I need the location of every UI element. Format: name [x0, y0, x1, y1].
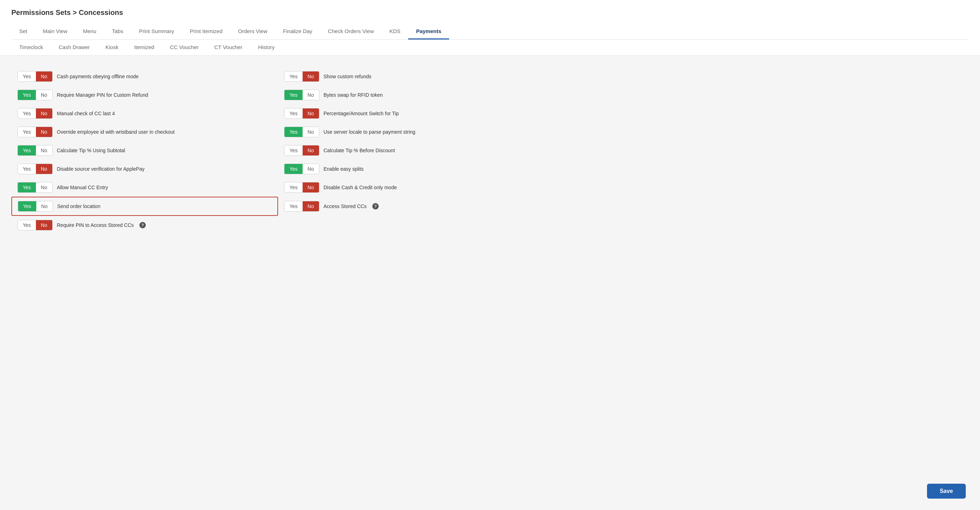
toggle-group-left-3: YesNo — [18, 127, 52, 137]
tab-timeclock[interactable]: Timeclock — [11, 40, 51, 56]
tab-tabs[interactable]: Tabs — [104, 24, 131, 40]
setting-row-right-1: YesNoBytes swap for RFID token — [278, 86, 545, 104]
no-button-left-2[interactable]: No — [36, 108, 52, 118]
no-button-left-7[interactable]: No — [36, 201, 52, 211]
tab-orders-view[interactable]: Orders View — [231, 24, 275, 40]
tab-cash-drawer[interactable]: Cash Drawer — [51, 40, 98, 56]
tab-menu[interactable]: Menu — [75, 24, 104, 40]
main-content: YesNoCash payments obeying offline modeY… — [0, 56, 980, 263]
setting-label-left-3: Override employee id with wristband user… — [57, 129, 175, 135]
yes-button-right-3[interactable]: Yes — [285, 127, 302, 137]
tab-print-itemized[interactable]: Print Itemized — [182, 24, 231, 40]
yes-button-right-0[interactable]: Yes — [285, 72, 302, 81]
no-button-right-7[interactable]: No — [302, 201, 319, 211]
yes-button-left-2[interactable]: Yes — [18, 108, 36, 118]
tab-history[interactable]: History — [250, 40, 283, 56]
setting-label-right-6: Disable Cash & Credit only mode — [324, 185, 397, 190]
toggle-group-right-5: YesNo — [284, 164, 319, 174]
no-button-left-4[interactable]: No — [36, 145, 52, 155]
no-button-left-6[interactable]: No — [36, 182, 52, 193]
tab-set[interactable]: Set — [11, 24, 35, 40]
settings-grid: YesNoCash payments obeying offline modeY… — [11, 67, 545, 234]
no-button-left-5[interactable]: No — [36, 164, 52, 174]
setting-label-right-1: Bytes swap for RFID token — [324, 92, 383, 98]
setting-label-right-2: Percentage/Amount Switch for Tip — [324, 111, 399, 116]
setting-row-right-0: YesNoShow custom refunds — [278, 67, 545, 86]
save-button-wrapper: Save — [927, 484, 966, 499]
toggle-group-left-4: YesNo — [18, 145, 52, 156]
yes-button-right-1[interactable]: Yes — [285, 90, 302, 100]
tab-finalize-day[interactable]: Finalize Day — [275, 24, 320, 40]
setting-row-left-8: YesNoRequire PIN to Access Stored CCs? — [11, 216, 278, 234]
no-button-left-1[interactable]: No — [36, 90, 52, 100]
setting-label-left-4: Calculate Tip % Using Subtotal — [57, 148, 125, 153]
tab-ct-voucher[interactable]: CT Voucher — [207, 40, 250, 56]
empty-right-8 — [278, 216, 545, 234]
yes-button-left-3[interactable]: Yes — [18, 127, 36, 137]
setting-label-right-3: Use server locale to parse payment strin… — [324, 129, 415, 135]
yes-button-right-5[interactable]: Yes — [285, 164, 302, 174]
toggle-group-left-6: YesNo — [18, 182, 52, 193]
setting-row-left-5: YesNoDisable source verification for App… — [11, 160, 278, 178]
toggle-group-right-1: YesNo — [284, 89, 319, 100]
no-button-right-1[interactable]: No — [302, 90, 319, 100]
tab-kiosk[interactable]: Kiosk — [97, 40, 126, 56]
setting-row-right-7: YesNoAccess Stored CCs? — [278, 197, 545, 216]
yes-button-left-6[interactable]: Yes — [18, 182, 36, 193]
setting-label-left-0: Cash payments obeying offline mode — [57, 73, 139, 79]
setting-row-left-0: YesNoCash payments obeying offline mode — [11, 67, 278, 86]
setting-label-right-7: Access Stored CCs — [324, 204, 367, 209]
tabs-row1: SetMain ViewMenuTabsPrint SummaryPrint I… — [11, 24, 969, 40]
no-button-right-3[interactable]: No — [302, 127, 319, 137]
yes-button-left-1[interactable]: Yes — [18, 90, 36, 100]
setting-row-right-5: YesNoEnable easy splits — [278, 160, 545, 178]
setting-row-right-6: YesNoDisable Cash & Credit only mode — [278, 178, 545, 197]
setting-label-right-5: Enable easy splits — [324, 166, 364, 172]
info-icon-left-8[interactable]: ? — [139, 222, 146, 228]
tab-print-summary[interactable]: Print Summary — [131, 24, 182, 40]
setting-row-left-2: YesNoManual check of CC last 4 — [11, 104, 278, 123]
tab-main-view[interactable]: Main View — [35, 24, 75, 40]
toggle-group-right-6: YesNo — [284, 182, 319, 193]
yes-button-right-6[interactable]: Yes — [285, 182, 302, 193]
no-button-right-0[interactable]: No — [302, 72, 319, 81]
no-button-right-4[interactable]: No — [302, 145, 319, 155]
toggle-group-left-2: YesNo — [18, 108, 52, 119]
no-button-right-6[interactable]: No — [302, 182, 319, 193]
no-button-left-8[interactable]: No — [36, 220, 52, 230]
no-button-left-3[interactable]: No — [36, 127, 52, 137]
yes-button-right-7[interactable]: Yes — [285, 201, 302, 211]
toggle-group-right-7: YesNo — [284, 201, 319, 212]
setting-row-left-7: YesNoSend order location — [11, 197, 278, 216]
tab-itemized[interactable]: Itemized — [126, 40, 162, 56]
info-icon-right-7[interactable]: ? — [372, 203, 379, 209]
yes-button-left-4[interactable]: Yes — [18, 145, 36, 155]
yes-button-left-5[interactable]: Yes — [18, 164, 36, 174]
page-wrapper: Permissions Sets > Concessions SetMain V… — [0, 0, 980, 510]
setting-label-left-8: Require PIN to Access Stored CCs — [57, 222, 134, 228]
no-button-right-5[interactable]: No — [302, 164, 319, 174]
setting-row-right-4: YesNoCalculate Tip % Before Discount — [278, 141, 545, 160]
setting-row-left-6: YesNoAllow Manual CC Entry — [11, 178, 278, 197]
tab-cc-voucher[interactable]: CC Voucher — [162, 40, 207, 56]
setting-label-left-7: Send order location — [57, 204, 100, 209]
tab-kds[interactable]: KDS — [382, 24, 408, 40]
tab-payments[interactable]: Payments — [408, 24, 449, 40]
save-button[interactable]: Save — [927, 484, 966, 499]
toggle-group-left-1: YesNo — [18, 89, 52, 100]
yes-button-left-0[interactable]: Yes — [18, 72, 36, 81]
no-button-left-0[interactable]: No — [36, 72, 52, 81]
yes-button-left-7[interactable]: Yes — [18, 201, 36, 211]
yes-button-right-4[interactable]: Yes — [285, 145, 302, 155]
setting-label-left-1: Require Manager PIN for Custom Refund — [57, 92, 148, 98]
tabs-row2: TimeclockCash DrawerKioskItemizedCC Vouc… — [11, 40, 969, 56]
breadcrumb: Permissions Sets > Concessions — [11, 8, 969, 24]
yes-button-right-2[interactable]: Yes — [285, 108, 302, 118]
no-button-right-2[interactable]: No — [302, 108, 319, 118]
toggle-group-left-8: YesNo — [18, 220, 52, 231]
setting-row-right-3: YesNoUse server locale to parse payment … — [278, 123, 545, 141]
yes-button-left-8[interactable]: Yes — [18, 220, 36, 230]
header: Permissions Sets > Concessions SetMain V… — [0, 0, 980, 56]
tab-check-orders-view[interactable]: Check Orders View — [320, 24, 382, 40]
toggle-group-left-0: YesNo — [18, 71, 52, 82]
